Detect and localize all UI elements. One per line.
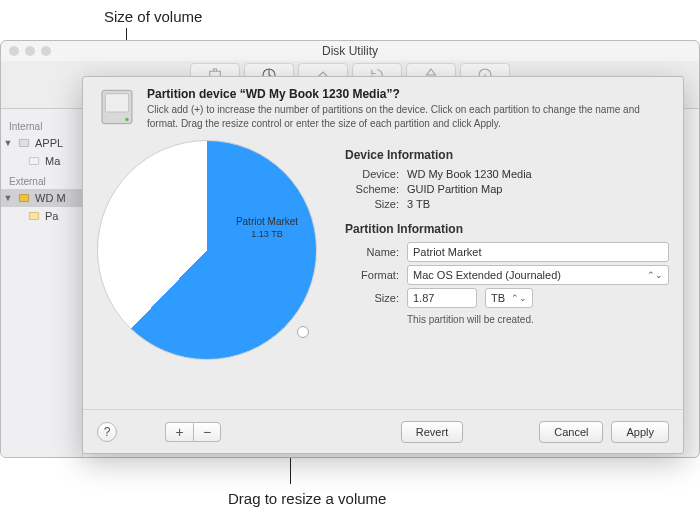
sidebar-header-external: External — [1, 170, 82, 189]
format-select[interactable]: Mac OS Extended (Journaled)⌃⌄ — [407, 265, 669, 285]
disclosure-triangle-icon[interactable]: ▼ — [3, 193, 13, 203]
drive-icon — [17, 136, 31, 150]
pie-slice-label-1: from school1.87 TB — [113, 264, 193, 287]
window-controls[interactable] — [9, 46, 51, 56]
dialog-subtitle: Click add (+) to increase the number of … — [147, 103, 669, 130]
remove-partition-button[interactable]: − — [193, 422, 221, 442]
device-icon — [97, 87, 137, 127]
window-title: Disk Utility — [1, 41, 699, 61]
device-info-header: Device Information — [345, 148, 669, 162]
apply-button[interactable]: Apply — [611, 421, 669, 443]
size-input[interactable]: 1.87 — [407, 288, 477, 308]
pie-slice-label-2: Patriot Market1.13 TB — [227, 216, 307, 239]
device-size-label: Size: — [345, 198, 399, 210]
chevron-up-down-icon: ⌃⌄ — [647, 270, 663, 280]
sidebar-item-external-disk[interactable]: ▼ WD M — [1, 189, 82, 207]
close-icon[interactable] — [9, 46, 19, 56]
svg-rect-2 — [19, 140, 28, 147]
dialog-title: Partition device “WD My Book 1230 Media”… — [147, 87, 669, 101]
annotation-bottom: Drag to resize a volume — [228, 490, 386, 507]
size-unit-select[interactable]: TB⌃⌄ — [485, 288, 533, 308]
svg-rect-3 — [29, 158, 38, 165]
device-value: WD My Book 1230 Media — [407, 168, 532, 180]
resize-handle[interactable] — [297, 326, 309, 338]
partition-hint: This partition will be created. — [407, 314, 669, 325]
name-label: Name: — [345, 246, 399, 258]
partition-dialog: Partition device “WD My Book 1230 Media”… — [82, 76, 684, 454]
sidebar-item-label: WD M — [35, 192, 66, 204]
volume-icon — [27, 209, 41, 223]
svg-point-8 — [125, 118, 128, 121]
add-partition-button[interactable]: + — [165, 422, 193, 442]
minimize-icon[interactable] — [25, 46, 35, 56]
revert-button[interactable]: Revert — [401, 421, 463, 443]
sidebar-item-internal-disk[interactable]: ▼ APPL — [1, 134, 82, 152]
sidebar-item-external-volume[interactable]: Pa — [1, 207, 82, 225]
format-label: Format: — [345, 269, 399, 281]
chevron-up-down-icon: ⌃⌄ — [511, 293, 527, 303]
partition-info-header: Partition Information — [345, 222, 669, 236]
svg-rect-4 — [19, 195, 28, 202]
sidebar-header-internal: Internal — [1, 115, 82, 134]
partition-size-label: Size: — [345, 292, 399, 304]
volume-icon — [27, 154, 41, 168]
svg-rect-7 — [105, 94, 128, 112]
external-drive-icon — [17, 191, 31, 205]
device-size-value: 3 TB — [407, 198, 430, 210]
disclosure-triangle-icon[interactable]: ▼ — [3, 138, 13, 148]
svg-rect-5 — [29, 213, 38, 220]
sidebar-item-label: Pa — [45, 210, 58, 222]
sidebar-item-internal-volume[interactable]: Ma — [1, 152, 82, 170]
scheme-label: Scheme: — [345, 183, 399, 195]
sidebar: Internal ▼ APPL Ma External ▼ WD M Pa — [1, 109, 83, 457]
sidebar-item-label: APPL — [35, 137, 63, 149]
pie-chart[interactable] — [97, 140, 317, 360]
sidebar-item-label: Ma — [45, 155, 60, 167]
annotation-top: Size of volume — [104, 8, 202, 25]
help-button[interactable]: ? — [97, 422, 117, 442]
cancel-button[interactable]: Cancel — [539, 421, 603, 443]
partition-pie[interactable]: from school1.87 TB Patriot Market1.13 TB — [97, 140, 327, 370]
scheme-value: GUID Partition Map — [407, 183, 502, 195]
zoom-icon[interactable] — [41, 46, 51, 56]
name-input[interactable]: Patriot Market — [407, 242, 669, 262]
device-label: Device: — [345, 168, 399, 180]
